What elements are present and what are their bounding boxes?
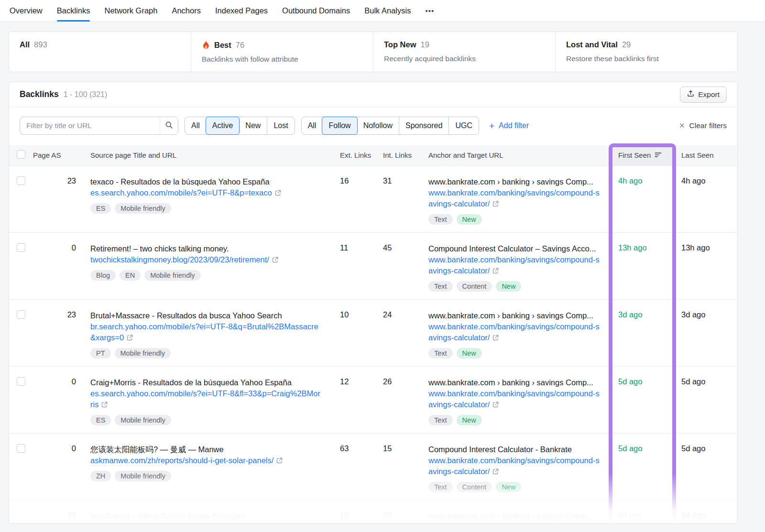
target-url-link[interactable]: www.bankrate.com/banking/savings/compoun…: [428, 187, 603, 210]
select-all-header: [9, 145, 33, 165]
tab-indexed-pages[interactable]: Indexed Pages: [215, 0, 268, 22]
source-page-title: 您该装太阳能板吗? — 曼威 — Manwe: [90, 444, 323, 455]
page-as-value: 23: [33, 165, 78, 232]
source-page-title: Craig+Morris - Resultados de la búsqueda…: [90, 377, 323, 388]
row-checkbox[interactable]: [17, 444, 25, 453]
column-header-page-as: Page AS: [33, 145, 78, 165]
column-header-first-seen[interactable]: First Seen: [609, 145, 676, 165]
backlinks-table: Page ASSource page Title and URLExt. Lin…: [9, 145, 737, 524]
search-input[interactable]: [20, 117, 178, 135]
row-checkbox[interactable]: [17, 243, 25, 252]
int-links-value: 15: [378, 433, 420, 500]
ext-links-value: 10: [329, 299, 378, 366]
filter-option-lost[interactable]: Lost: [267, 117, 294, 134]
first-seen-value: 3d ago: [609, 299, 676, 366]
source-tags: PTMobile friendly: [90, 348, 323, 358]
filter-option-sponsored[interactable]: Sponsored: [399, 117, 448, 134]
tab-bulk-analysis[interactable]: Bulk Analysis: [364, 0, 411, 22]
external-link-icon: [127, 333, 133, 344]
first-seen-value: 13h ago: [609, 232, 676, 299]
target-url-link[interactable]: www.bankrate.com/banking/savings/compoun…: [428, 254, 603, 277]
link-badges: TextContentNew: [428, 281, 603, 292]
filter-option-ugc[interactable]: UGC: [448, 117, 479, 134]
int-links-value: 20: [378, 500, 420, 524]
source-url-link[interactable]: askmanwe.com/zh/reports/should-i-get-sol…: [90, 455, 323, 467]
export-icon: [687, 90, 694, 99]
filter-bar: AllActiveNewLost AllFollowNofollowSponso…: [9, 107, 737, 145]
row-checkbox[interactable]: [17, 377, 25, 386]
anchor-text: www.bankrate.com › banking › savings Com…: [428, 310, 603, 321]
row-checkbox[interactable]: [17, 310, 25, 319]
source-url-link[interactable]: twochickstalkingmoney.blog/2023/09/23/re…: [90, 254, 323, 266]
row-checkbox[interactable]: [17, 176, 25, 185]
target-url-link[interactable]: www.bankrate.com/banking/savings/compoun…: [428, 321, 603, 344]
row-select-cell: [9, 165, 33, 232]
int-links-value: 24: [378, 299, 420, 366]
status-filter-group: AllActiveNewLost: [185, 117, 295, 135]
filter-option-all[interactable]: All: [185, 117, 206, 134]
summary-card-all[interactable]: All893: [9, 32, 191, 72]
tab-overview[interactable]: Overview: [10, 0, 43, 22]
filter-option-follow[interactable]: Follow: [322, 117, 357, 135]
page-as-value: 0: [33, 366, 78, 433]
source-url-link[interactable]: es.search.yahoo.com/mobile/s?ei=UTF-8&p=…: [90, 187, 323, 199]
badge-content: Content: [457, 482, 492, 492]
close-icon: ✕: [679, 121, 685, 130]
source-tags: BlogENMobile friendly: [90, 270, 323, 281]
card-count: 76: [236, 41, 244, 50]
tag-es: ES: [90, 415, 111, 425]
table-row: 23Brutal+Massacre - Resultados da busca …: [9, 299, 737, 366]
tab-backlinks[interactable]: Backlinks: [57, 0, 90, 22]
column-header-label: Ext. Links: [340, 151, 378, 159]
page-background: All893Best76Backlinks with follow attrib…: [0, 22, 765, 532]
source-url-link[interactable]: br.search.yahoo.com/mobile/s?ei=UTF-8&q=…: [90, 321, 323, 344]
export-button[interactable]: Export: [680, 87, 727, 103]
filter-option-active[interactable]: Active: [206, 117, 240, 135]
column-header-source-page-title-and-url: Source page Title and URL: [78, 145, 329, 165]
filter-option-new[interactable]: New: [239, 117, 267, 134]
clear-filters-button[interactable]: ✕ Clear filters: [679, 121, 727, 130]
select-all-checkbox[interactable]: [17, 150, 25, 159]
filter-option-nofollow[interactable]: Nofollow: [357, 117, 399, 134]
search-box: [20, 117, 178, 135]
column-header-label: First Seen: [618, 151, 676, 159]
page-as-value: 0: [33, 232, 78, 299]
table-header: Page ASSource page Title and URLExt. Lin…: [9, 145, 737, 165]
badge-new: New: [457, 214, 482, 225]
summary-card-lost-and-vital[interactable]: Lost and Vital29Restore these backlinks …: [555, 32, 737, 72]
external-link-icon: [276, 456, 283, 467]
tab-network-graph[interactable]: Network Graph: [104, 0, 157, 22]
more-tabs-button[interactable]: •••: [425, 0, 434, 22]
source-tags: ESMobile friendly: [90, 415, 323, 425]
tab-anchors[interactable]: Anchors: [172, 0, 201, 22]
column-header-last-seen: Last Seen: [676, 145, 737, 165]
top-nav-tabs: OverviewBacklinksNetwork GraphAnchorsInd…: [10, 0, 411, 22]
column-header-label: Last Seen: [681, 151, 737, 159]
last-seen-value: 5d ago: [676, 433, 737, 500]
anchor-text: Compound Interest Calculator - Bankrate: [428, 444, 603, 455]
external-link-icon: [101, 400, 108, 411]
tag-en: EN: [120, 270, 141, 281]
summary-card-top-new[interactable]: Top New19Recently acquired backlinks: [373, 32, 555, 72]
last-seen-value: 5d ago: [676, 366, 737, 433]
target-url-link[interactable]: www.bankrate.com/banking/savings/compoun…: [428, 455, 603, 478]
search-button[interactable]: [160, 117, 178, 134]
target-url-link[interactable]: www.bankrate.com/banking/savings/compoun…: [428, 522, 603, 524]
source-cell: Craig+Morris - Resultados de la búsqueda…: [78, 366, 329, 433]
row-select-cell: [9, 500, 33, 524]
target-url-link[interactable]: www.bankrate.com/banking/savings/compoun…: [428, 388, 603, 411]
ext-links-value: 12: [329, 366, 378, 433]
sort-descending-icon: [655, 151, 662, 159]
page-as-value: 23: [33, 500, 78, 524]
row-checkbox[interactable]: [17, 511, 25, 520]
filter-option-all[interactable]: All: [302, 117, 323, 134]
summary-card-best[interactable]: Best76Backlinks with follow attribute: [191, 32, 373, 72]
external-link-icon: [492, 467, 499, 478]
table-row: 0您该装太阳能板吗? — 曼威 — Manweaskmanwe.com/zh/r…: [9, 433, 737, 500]
row-select-cell: [9, 232, 33, 299]
source-url-link[interactable]: tr.search.yahoo.com/mobile/s?b=36&ei=UTF…: [90, 522, 323, 524]
add-filter-button[interactable]: + Add filter: [489, 121, 529, 130]
card-subtitle: Recently acquired backlinks: [384, 54, 545, 63]
source-url-link[interactable]: es.search.yahoo.com/mobile/s?ei=UTF-8&fl…: [90, 388, 323, 411]
tab-outbound-domains[interactable]: Outbound Domains: [282, 0, 350, 22]
